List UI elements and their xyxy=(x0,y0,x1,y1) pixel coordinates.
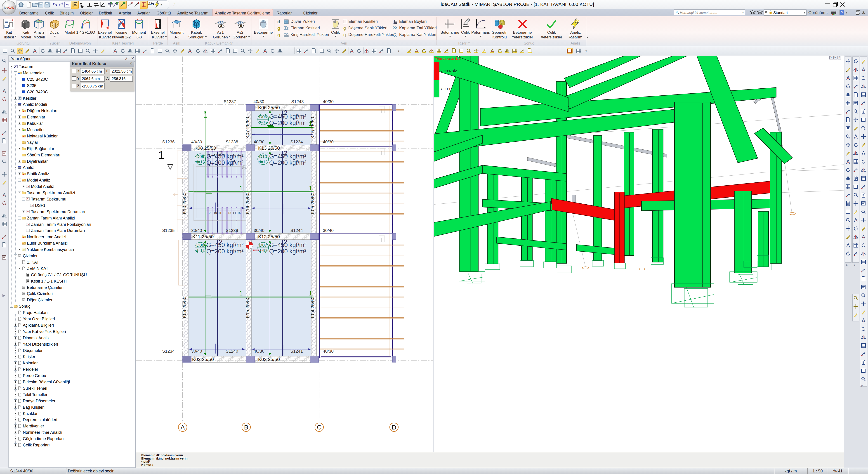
svg-text:S1241: S1241 xyxy=(290,349,303,353)
svg-text:11: 11 xyxy=(218,211,221,215)
svg-text:1: 1 xyxy=(239,290,243,297)
svg-text:K06 25/50: K06 25/50 xyxy=(258,105,280,110)
svg-text:K15 25/50: K15 25/50 xyxy=(310,117,315,138)
svg-text:Q=200 kgf/m²: Q=200 kgf/m² xyxy=(269,159,306,166)
svg-text:q: q xyxy=(343,33,346,37)
svg-text:K07 25/50: K07 25/50 xyxy=(245,117,250,138)
svg-text:K03 25/50: K03 25/50 xyxy=(258,357,280,362)
svg-text:K08 25/50: K08 25/50 xyxy=(194,145,216,151)
svg-text:1: 1 xyxy=(309,185,312,192)
svg-text:40/30: 40/30 xyxy=(191,139,202,144)
svg-text:10: 10 xyxy=(214,211,217,215)
svg-text:g: g xyxy=(343,26,346,31)
svg-text:RM/1 KAT1: RM/1 KAT1 xyxy=(253,249,266,252)
svg-text:30/40: 30/40 xyxy=(323,228,334,233)
svg-text:K05 25/50: K05 25/50 xyxy=(310,193,315,214)
svg-text:K16 25/50: K16 25/50 xyxy=(245,193,250,214)
svg-text:YETERLİ: YETERLİ xyxy=(440,87,455,91)
svg-text:G=450 kgf/m²: G=450 kgf/m² xyxy=(206,153,243,160)
svg-text:d=12: d=12 xyxy=(259,120,268,124)
svg-text:30/40: 30/40 xyxy=(254,228,265,233)
svg-text:15: 15 xyxy=(237,211,241,215)
svg-text:A: A xyxy=(181,424,185,431)
svg-text:1: 1 xyxy=(309,290,312,297)
svg-text:d=12: d=12 xyxy=(196,248,205,253)
svg-text:D: D xyxy=(392,424,396,431)
svg-text:S1238: S1238 xyxy=(226,139,238,144)
svg-text:Q=200 kgf/m²: Q=200 kgf/m² xyxy=(206,159,243,166)
svg-text:K10 25/50: K10 25/50 xyxy=(182,193,187,214)
svg-text:1: 1 xyxy=(158,149,164,161)
svg-text:S1235: S1235 xyxy=(162,228,175,233)
svg-text:14: 14 xyxy=(232,211,236,215)
svg-text:9: 9 xyxy=(209,211,211,215)
svg-text:G=450 kgf/m²: G=450 kgf/m² xyxy=(269,242,306,248)
svg-text:13: 13 xyxy=(228,211,231,215)
svg-text:?: ? xyxy=(841,11,843,15)
svg-text:Q=200 kgf/m²: Q=200 kgf/m² xyxy=(269,248,306,255)
svg-text:D10: D10 xyxy=(259,154,267,159)
svg-text:K12 25/50: K12 25/50 xyxy=(258,234,280,239)
svg-text:Q=200 kgf/m²: Q=200 kgf/m² xyxy=(206,248,243,255)
svg-text:S1244: S1244 xyxy=(290,228,303,233)
svg-text:G=450 kgf/m²: G=450 kgf/m² xyxy=(269,153,306,160)
svg-text:S1236: S1236 xyxy=(162,139,175,144)
svg-text:40/30: 40/30 xyxy=(254,349,265,353)
svg-text:40/30: 40/30 xyxy=(323,139,334,144)
svg-text:D07: D07 xyxy=(259,243,267,248)
svg-text:40/30: 40/30 xyxy=(254,139,265,144)
svg-text:D08: D08 xyxy=(196,243,204,248)
svg-text:30/40: 30/40 xyxy=(191,349,202,353)
svg-text:K11 25/50: K11 25/50 xyxy=(192,234,214,239)
svg-text:Q=200 kgf/m²: Q=200 kgf/m² xyxy=(269,120,306,126)
svg-text:K09 25/50: K09 25/50 xyxy=(182,296,187,318)
svg-text:D09: D09 xyxy=(196,154,204,159)
svg-text:d=12: d=12 xyxy=(196,160,205,164)
svg-text:K15 25/50: K15 25/50 xyxy=(245,296,250,318)
svg-text:S1234: S1234 xyxy=(290,139,303,144)
svg-text:S1234: S1234 xyxy=(162,349,175,353)
svg-text:K02 25/50: K02 25/50 xyxy=(192,357,214,362)
svg-text:S1237: S1237 xyxy=(224,99,236,104)
svg-text:C: C xyxy=(317,424,321,431)
svg-text:D06: D06 xyxy=(259,115,267,119)
svg-text:40/30: 40/30 xyxy=(323,349,334,353)
svg-text:K04 25/50: K04 25/50 xyxy=(310,296,315,318)
svg-text:Tüm yetersizlikler: Tüm yetersizlikler xyxy=(435,57,462,60)
svg-text:1: 1 xyxy=(239,185,243,192)
svg-text:G=450 kgf/m²: G=450 kgf/m² xyxy=(269,113,306,120)
svg-text:S1248: S1248 xyxy=(291,99,304,104)
svg-text:12: 12 xyxy=(223,211,226,215)
svg-text:40/30: 40/30 xyxy=(253,99,264,104)
svg-text:S1240: S1240 xyxy=(226,349,238,353)
svg-text:K13 25/50: K13 25/50 xyxy=(258,145,280,151)
svg-text:S1239: S1239 xyxy=(226,228,238,233)
svg-text:B: B xyxy=(244,424,248,431)
svg-text:G=450 kgf/m²: G=450 kgf/m² xyxy=(206,242,243,248)
svg-text:30/40: 30/40 xyxy=(191,228,202,233)
svg-text:d=12: d=12 xyxy=(259,160,268,164)
svg-text:YETERSİZ: YETERSİZ xyxy=(440,69,457,73)
svg-text:40/30: 40/30 xyxy=(323,99,334,104)
